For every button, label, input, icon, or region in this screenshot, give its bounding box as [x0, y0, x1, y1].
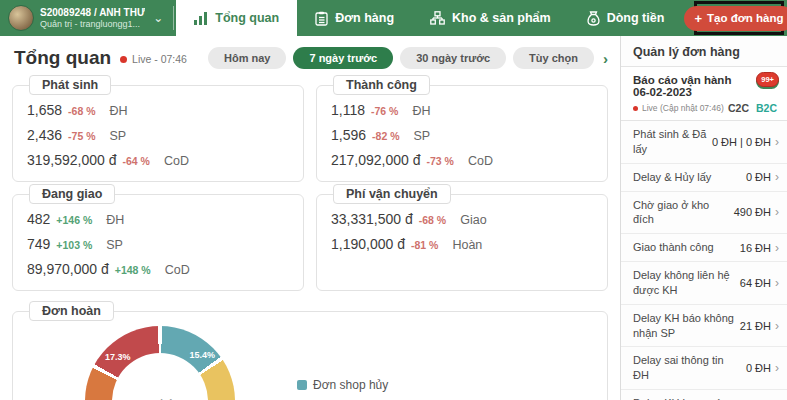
stat-pct: +148 %	[115, 264, 151, 276]
live-dot	[633, 106, 638, 111]
sidebar-item-delay-sai-thong-tin[interactable]: Delay sai thông tin ĐH 0 ĐH ›	[621, 347, 787, 390]
chevron-right-icon: ›	[775, 205, 779, 219]
stat-pct: -76 %	[371, 105, 398, 117]
sidebar-item-delay-huy-lay[interactable]: Delay & Hủy lấy 0 ĐH ›	[621, 164, 787, 192]
stat-value: 1,118	[331, 102, 365, 118]
stat-value: 33,331,500 đ	[331, 211, 413, 227]
donut-segment-label: 15.4%	[189, 350, 215, 360]
tab-dong-tien[interactable]: Dòng tiền	[569, 0, 683, 36]
card-phat-sinh: Phát sinh 1,658 -68 % ĐH 2,436 -75 % SP …	[12, 85, 304, 182]
live-dot	[120, 56, 127, 63]
account-menu[interactable]: S20089248 / ANH THƯ Quản trị - trangluon…	[0, 0, 171, 36]
legend-label: Đơn shop hủy	[313, 378, 388, 392]
sidebar-list: Phát sinh & Đã lấy 0 ĐH | 0 ĐH › Delay &…	[621, 121, 787, 400]
card-title: Thành công	[333, 75, 430, 95]
tab-kho-san-pham[interactable]: Kho & sản phẩm	[412, 0, 569, 36]
chevron-down-icon: ⌄	[153, 11, 163, 25]
stat-unit: Giao	[460, 213, 486, 227]
bar-chart-icon	[194, 12, 208, 25]
stat-value: 1,190,000 đ	[331, 236, 405, 252]
money-bag-icon	[587, 11, 600, 26]
clipboard-icon	[315, 11, 328, 26]
donut-wrap: 17.3% 15.4% Đơn hàng 52 -82.44%	[27, 326, 593, 400]
report-live: Live (Cập nhật 07:46)	[642, 103, 724, 113]
report-card[interactable]: Báo cáo vận hành 06-02-2023 99+ Live (Cậ…	[621, 66, 787, 121]
stat-row: 217,092,000 đ -73 % CoD	[331, 152, 593, 168]
content: Tổng quan Live - 07:46 Hôm nay 7 ngày tr…	[0, 36, 787, 400]
stat-row: 89,970,000 đ +148 % CoD	[27, 261, 289, 277]
stat-row: 1,596 -82 % SP	[331, 127, 593, 143]
card-phi-van-chuyen: Phí vận chuyển 33,331,500 đ -68 % Giao 1…	[316, 194, 608, 291]
stat-unit: CoD	[164, 154, 189, 168]
donut-legend: Đơn shop hủy Không liên hệ được	[297, 378, 418, 400]
filter-tuy-chon[interactable]: Tùy chọn	[513, 47, 594, 69]
sidebar-item-cho-giao-kho-dich[interactable]: Chờ giao ở kho đích 490 ĐH ›	[621, 192, 787, 235]
tab-don-hang[interactable]: Đơn hàng	[297, 0, 412, 36]
tag-c2c[interactable]: C2C	[728, 102, 749, 114]
main-panel: Tổng quan Live - 07:46 Hôm nay 7 ngày tr…	[0, 36, 620, 400]
chevron-right-icon: ›	[775, 319, 779, 333]
stat-row: 319,592,000 đ -64 % CoD	[27, 152, 289, 168]
tab-label: Dòng tiền	[607, 11, 665, 25]
filter-7-ngay[interactable]: 7 ngày trước	[293, 47, 393, 69]
create-order-button[interactable]: + Tạo đơn hàng	[684, 6, 787, 31]
tab-label: Kho & sản phẩm	[452, 11, 551, 25]
stat-unit: Hoàn	[452, 238, 482, 252]
stat-row: 1,658 -68 % ĐH	[27, 102, 289, 118]
sidebar-title: Quản lý đơn hàng	[621, 36, 787, 66]
sitemap-icon	[430, 11, 445, 25]
account-role: Quản trị - trangluongg1...	[40, 19, 145, 29]
date-filters: Hôm nay 7 ngày trước 30 ngày trước Tùy c…	[208, 47, 610, 69]
account-name: S20089248 / ANH THƯ	[40, 7, 145, 19]
tag-b2c[interactable]: B2C	[756, 102, 777, 114]
live-status: Live - 07:46	[132, 53, 187, 65]
stat-row: 1,118 -76 % ĐH	[331, 102, 593, 118]
card-title: Đang giao	[29, 184, 115, 204]
stat-pct: -75 %	[68, 130, 95, 142]
annotation-highlight-box: + Tạo đơn hàng	[694, 1, 784, 35]
stat-row: 1,190,000 đ -81 % Hoàn	[331, 236, 593, 252]
stat-pct: -73 %	[427, 155, 454, 167]
card-dang-giao: Đang giao 482 +146 % ĐH 749 +103 % SP 89…	[12, 194, 304, 291]
stat-row: 482 +146 % ĐH	[27, 211, 289, 227]
right-sidebar: Quản lý đơn hàng Báo cáo vận hành 06-02-…	[620, 36, 787, 400]
sidebar-item-delay-kh-bao-khong-nhan[interactable]: Delay KH báo không nhận SP 21 ĐH ›	[621, 305, 787, 348]
tab-label: Đơn hàng	[335, 11, 394, 25]
stat-unit: CoD	[165, 263, 190, 277]
stat-value: 2,436	[27, 127, 62, 143]
filter-hom-nay[interactable]: Hôm nay	[208, 47, 286, 69]
legend-swatch	[297, 380, 307, 390]
stat-value: 749	[27, 236, 50, 252]
sidebar-item-giao-thanh-cong[interactable]: Giao thành công 16 ĐH ›	[621, 234, 787, 262]
tab-label: Tổng quan	[215, 11, 279, 25]
sidebar-item-delay-kh-hen-ngay-giao[interactable]: Delay KH hẹn ngày giao 108 ĐH ›	[621, 390, 787, 400]
sidebar-item-delay-khong-lien-he[interactable]: Delay không liên hệ được KH 64 ĐH ›	[621, 262, 787, 305]
stat-pct: +146 %	[56, 214, 92, 226]
stat-unit: CoD	[468, 154, 493, 168]
chevron-right-icon: ›	[775, 276, 779, 290]
filter-30-ngay[interactable]: 30 ngày trước	[400, 47, 506, 69]
sidebar-item-phat-sinh-da-lay[interactable]: Phát sinh & Đã lấy 0 ĐH | 0 ĐH ›	[621, 121, 787, 164]
stat-pct: -81 %	[411, 239, 438, 251]
stat-pct: +103 %	[56, 239, 92, 251]
report-tags: C2C B2C	[728, 102, 777, 114]
tab-tong-quan[interactable]: Tổng quan	[176, 0, 297, 36]
page-title: Tổng quan	[14, 47, 111, 69]
stat-unit: ĐH	[109, 104, 127, 118]
chevron-right-icon: ›	[775, 241, 779, 255]
stat-cards: Phát sinh 1,658 -68 % ĐH 2,436 -75 % SP …	[0, 77, 620, 291]
stat-value: 319,592,000 đ	[27, 152, 117, 168]
stat-row: 2,436 -75 % SP	[27, 127, 289, 143]
title-row: Tổng quan Live - 07:46 Hôm nay 7 ngày tr…	[0, 36, 620, 77]
create-order-label: Tạo đơn hàng	[707, 12, 784, 24]
return-donut: 17.3% 15.4% Đơn hàng 52 -82.44%	[85, 326, 235, 400]
card-don-hoan: Đơn hoàn 17.3% 15.4% Đơn hàng 52 -82.44%	[12, 311, 608, 400]
legend-item: Đơn shop hủy	[297, 378, 418, 392]
account-info: S20089248 / ANH THƯ Quản trị - trangluon…	[40, 7, 145, 29]
chevron-right-icon: ›	[775, 170, 779, 184]
stat-unit: SP	[109, 129, 126, 143]
chevron-right-icon[interactable]: ›	[601, 50, 610, 67]
stat-value: 89,970,000 đ	[27, 261, 109, 277]
stat-value: 1,596	[331, 127, 366, 143]
stat-unit: SP	[413, 129, 430, 143]
